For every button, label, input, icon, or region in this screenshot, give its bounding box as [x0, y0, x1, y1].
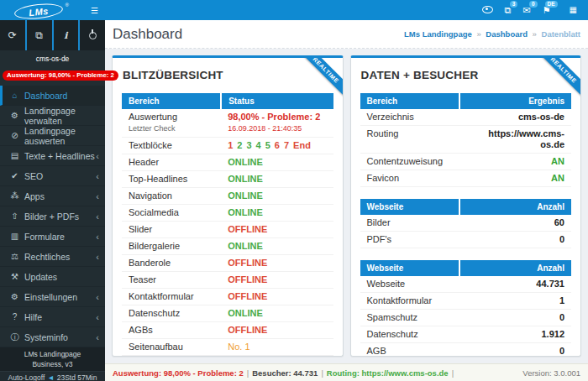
chevron-left-icon: ‹ [96, 171, 99, 181]
sidebar-item-landingpage-auswerten[interactable]: ⊘Landingpage auswerten [0, 126, 105, 146]
realtime-ribbon: REALTIME [294, 55, 344, 102]
row-label: Top-Headlines [122, 171, 221, 188]
breadcrumb-separator: » [476, 29, 480, 39]
row-label: AGBs [122, 322, 221, 339]
sidebar-item-apps[interactable]: ⁂Apps‹ [0, 186, 105, 206]
daten-table-3: Webseite Anzahl Webseite44.731 Kontaktfo… [360, 260, 572, 357]
panel-daten-besucher: REALTIME DATEN + BESUCHER Bereich Ergebn… [350, 55, 582, 357]
textblock-token[interactable]: End [293, 140, 311, 150]
main-area: Dashboard LMs Landingpage » Dashboard » … [105, 20, 588, 363]
sidebar-item-landingpage-verwalten[interactable]: ⚙Landingpage verwalten [0, 106, 105, 126]
auto-logoff-value: 23Std 57Min [57, 373, 97, 381]
sidebar-item-einstellungen[interactable]: ⚙Einstellungen‹ [0, 287, 105, 307]
column-header-anzahl: Anzahl [459, 199, 571, 215]
row-value: 1.912 [459, 326, 571, 343]
status-value: ONLINE [228, 174, 263, 184]
status-value: OFFLINE [228, 291, 267, 301]
sidebar-toolbar: ⟳ ⧉ i [0, 20, 105, 50]
status-value: ONLINE [228, 207, 263, 217]
breadcrumb-home[interactable]: LMs Landingpage [404, 29, 472, 39]
row-value: cms-os-de [459, 109, 571, 126]
auto-logoff-row: Auto-Logoff ◄ 23Std 57Min [0, 371, 105, 381]
row-label: AGB [360, 343, 459, 358]
chevron-left-icon: ‹ [96, 232, 99, 242]
row-sublabel: Letzter Check [129, 123, 214, 134]
pages-badge: 3 [510, 1, 518, 8]
row-label: Socialmedia [122, 205, 221, 222]
refresh-icon: ⟳ [8, 29, 17, 41]
table-row: FaviconAN [360, 170, 572, 187]
copy-pages-button[interactable]: ⧉ [25, 20, 52, 50]
page-title: Dashboard [113, 26, 182, 43]
sidebar-item-rechtliches[interactable]: ⚖Rechtliches‹ [0, 247, 105, 267]
panel-blitzuebersicht: REALTIME BLITZÜBERSICHT Bereich Status A… [112, 55, 344, 357]
status-separator: | [321, 368, 323, 378]
apps-grid-icon[interactable]: ▦ [570, 6, 577, 14]
status-value: No. 1 [228, 342, 249, 352]
row-value: 0 [459, 310, 571, 326]
auto-logoff-label: Auto-Logoff [8, 373, 45, 381]
sidebar-item-dashboard[interactable]: ⌂Dashboard [0, 86, 105, 106]
sidebar-item-systeminfo[interactable]: ⓘSysteminfo‹ [0, 327, 105, 347]
info-circle-icon: ⓘ [8, 331, 21, 343]
site-block: cms-os-de Auswertung: 98,00% - Probleme:… [0, 50, 105, 86]
sidebar-toggle-icon[interactable]: ☰ [91, 6, 98, 15]
topbar-actions: ⧉3 ✉0 ⚑DE ▦ [482, 6, 588, 15]
table-row: Kontaktformular1 [360, 293, 572, 310]
row-label: Textblöcke [122, 138, 221, 154]
breadcrumb-dashboard[interactable]: Dashboard [486, 29, 528, 39]
sidebar-item-label: Einstellungen [24, 292, 77, 302]
table-row: Webseite44.731 [360, 276, 572, 293]
mail-icon[interactable]: ✉0 [522, 6, 530, 15]
row-label: Header [122, 154, 221, 171]
column-header-bereich: Bereich [122, 93, 221, 109]
table-row: SliderOFFLINE [122, 222, 333, 238]
textblock-token[interactable]: 5 [265, 140, 270, 150]
language-flag-icon[interactable]: ⚑DE [543, 6, 551, 15]
blitz-table: Bereich Status AuswertungLetzter Check 9… [122, 93, 333, 357]
logo-ellipse: LMs [13, 2, 63, 21]
table-header-row: Webseite Anzahl [360, 260, 572, 276]
table-row: NavigationONLINE [122, 188, 333, 205]
info-button[interactable]: i [52, 20, 79, 50]
row-label: Datenschutz [122, 305, 221, 322]
refresh-button[interactable]: ⟳ [0, 20, 25, 50]
chevron-left-icon: ‹ [96, 191, 99, 201]
daten-table-2: Webseite Anzahl Bilder60 PDF's0 [360, 199, 572, 248]
table-row: Routinghttps://www.cms-os.de [360, 126, 572, 154]
status-value: ONLINE [228, 157, 263, 167]
sidebar-item-hilfe[interactable]: ?Hilfe‹ [0, 307, 105, 327]
row-value: 60 [459, 215, 571, 232]
sidebar-item-formulare[interactable]: ▥Formulare‹ [0, 227, 105, 247]
table-row: Spamschutz0 [360, 310, 572, 326]
sidebar-item-texte-headlines[interactable]: ▤Texte + Headlines‹ [0, 146, 105, 166]
sidebar-item-seo[interactable]: ✔SEO‹ [0, 166, 105, 186]
row-label: Webseite [360, 276, 459, 293]
textblock-token[interactable]: 2 [237, 140, 242, 150]
textblock-token[interactable]: 4 [256, 140, 261, 150]
table-row: Textblöcke 1234567End [122, 138, 333, 154]
sidebar-item-bilder-pdfs[interactable]: ⇧Bilder + PDFs‹ [0, 206, 105, 227]
row-label: Contentzuweisung [360, 154, 459, 170]
textblock-token[interactable]: 6 [275, 140, 280, 150]
textblock-token[interactable]: 7 [284, 140, 289, 150]
chevron-left-icon: ‹ [96, 151, 99, 161]
table-row: Verzeichniscms-os-de [360, 109, 572, 126]
sidebar-item-updates[interactable]: ⚒Updates [0, 267, 105, 287]
status-routing[interactable]: Routing: https://www.cms-os.de [327, 368, 449, 378]
brand-line2: Business, v3 [0, 360, 105, 368]
textblock-token[interactable]: 3 [246, 140, 251, 150]
textblock-token[interactable]: 1 [228, 140, 233, 150]
row-label: Bildergalerie [122, 238, 221, 255]
evaluation-alert-badge[interactable]: Auswertung: 98,00% - Probleme: 2 [3, 70, 118, 81]
sidebar-item-label: Updates [24, 272, 57, 282]
table-header-row: Webseite Anzahl [360, 199, 572, 215]
preview-eye-icon[interactable] [482, 6, 493, 15]
sidebar-menu: ⌂Dashboard ⚙Landingpage verwalten ⊘Landi… [0, 86, 105, 347]
pages-icon[interactable]: ⧉3 [505, 6, 512, 15]
table-row: HeaderONLINE [122, 154, 333, 171]
app-logo[interactable]: LMs ® [0, 3, 77, 18]
row-label: Banderole [122, 255, 221, 272]
row-label: Routing [360, 126, 459, 154]
power-button[interactable] [78, 20, 105, 50]
